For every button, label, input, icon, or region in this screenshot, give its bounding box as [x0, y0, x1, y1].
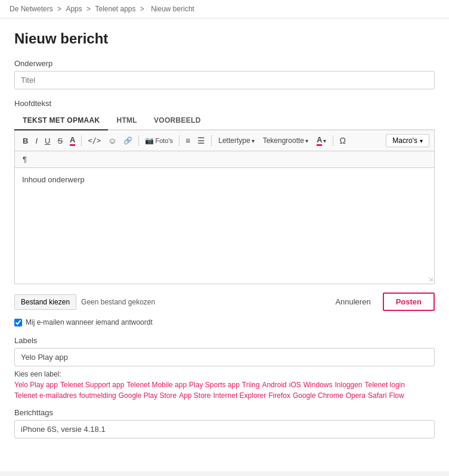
action-buttons: Annuleren Posten [329, 293, 435, 311]
labels-section: Labels Kies een label: Yelo Play appTele… [14, 336, 435, 400]
page-title: Nieuw bericht [14, 30, 435, 47]
breadcrumb-sep-3: > [140, 5, 146, 13]
toolbar-sep-3 [179, 135, 179, 146]
font-dropdown[interactable]: Lettertype [215, 135, 258, 147]
color-dropdown[interactable]: A [313, 133, 330, 148]
link-button[interactable]: 🔗 [120, 135, 135, 147]
post-button[interactable]: Posten [383, 293, 435, 311]
file-action-row: Bestand kiezen Geen bestand gekozen Annu… [14, 290, 435, 313]
subject-section: Onderwerp [14, 59, 435, 89]
label-tag[interactable]: Firefox [268, 391, 290, 400]
label-options: Kies een label: Yelo Play appTelenet Sup… [14, 370, 435, 400]
tab-voorbeeld[interactable]: VOORBEELD [145, 111, 209, 130]
underline-button[interactable]: U [42, 135, 53, 147]
photo-button[interactable]: 📷 Foto's [142, 135, 176, 147]
label-tag[interactable]: App Store [179, 391, 210, 400]
breadcrumb-sep-1: > [57, 5, 63, 13]
label-tag[interactable]: Windows [304, 381, 333, 389]
toolbar-sep-4 [211, 135, 212, 146]
label-tag[interactable]: Flow [389, 391, 404, 400]
breadcrumb-sep-2: > [86, 5, 92, 13]
code-button[interactable]: </> [85, 135, 104, 147]
strikethrough-button[interactable]: S [54, 135, 66, 147]
email-checkbox[interactable] [14, 319, 22, 326]
label-tag[interactable]: Play Sports app [189, 381, 240, 389]
toolbar-sep-5 [333, 135, 333, 146]
label-tag[interactable]: Opera [346, 391, 366, 400]
body-label: Hoofdtekst [14, 99, 435, 108]
berichttags-section: Berichttags [14, 408, 435, 438]
omega-button[interactable]: Ω [336, 134, 348, 147]
label-tag[interactable]: Telenet Mobile app [126, 381, 187, 389]
tab-tekst-met-opmaak[interactable]: TEKST MET OPMAAK [14, 111, 108, 130]
text-color-button[interactable]: A [67, 133, 78, 148]
editor-text: Inhoud onderwerp [22, 175, 85, 184]
main-content: Nieuw bericht Onderwerp Hoofdtekst TEKST… [0, 18, 449, 471]
label-tag[interactable]: Triing [242, 381, 260, 389]
labels-label: Labels [14, 336, 435, 345]
breadcrumb-current: Nieuw bericht [151, 5, 194, 13]
top-bar: De Netweters > Apps > Telenet apps > Nie… [0, 0, 449, 18]
subject-input[interactable] [14, 71, 435, 89]
italic-button[interactable]: I [32, 135, 41, 147]
label-tag[interactable]: Inloggen [335, 381, 362, 389]
label-tag[interactable]: Yelo Play app [14, 381, 58, 389]
berichttags-label: Berichttags [14, 408, 435, 417]
cancel-button[interactable]: Annuleren [329, 294, 376, 310]
macros-button[interactable]: Macro's [386, 134, 429, 147]
text-color-icon: A [70, 135, 75, 146]
file-left: Bestand kiezen Geen bestand gekozen [14, 294, 155, 310]
editor-tabs: TEKST MET OPMAAK HTML VOORBEELD [14, 111, 435, 130]
ordered-list-button[interactable]: ≡ [182, 134, 193, 147]
editor-toolbar: B I U S A </> ☺ 🔗 📷 Foto's ≡ ☰ Lettertyp… [14, 130, 435, 151]
breadcrumb-link-1[interactable]: De Netweters [10, 5, 53, 13]
unordered-list-button[interactable]: ☰ [194, 134, 208, 147]
label-tag[interactable]: iOS [289, 381, 301, 389]
berichttags-input[interactable] [14, 420, 435, 438]
label-tag[interactable]: Android [262, 381, 286, 389]
label-tag[interactable]: Telenet Support app [60, 381, 124, 389]
editor-content-area[interactable]: Inhoud onderwerp ⇲ [14, 168, 435, 284]
emoji-button[interactable]: ☺ [105, 134, 119, 147]
labels-input[interactable] [14, 348, 435, 366]
label-tag[interactable]: Telenet e-mailadres [14, 391, 77, 400]
subject-label: Onderwerp [14, 59, 435, 68]
toolbar-sep-1 [81, 135, 82, 146]
choose-label-title: Kies een label: [14, 370, 435, 378]
label-tag[interactable]: Google Chrome [293, 391, 343, 400]
breadcrumb-link-3[interactable]: Telenet apps [95, 5, 135, 13]
bold-button[interactable]: B [20, 135, 31, 147]
label-tag[interactable]: Internet Explorer [213, 391, 267, 400]
toolbar-sep-2 [138, 135, 139, 146]
label-tag[interactable]: Telenet login [365, 381, 405, 389]
tab-html[interactable]: HTML [108, 111, 145, 130]
label-tag[interactable]: Safari [368, 391, 386, 400]
photo-label: Foto's [155, 137, 173, 144]
camera-icon: 📷 [145, 136, 154, 145]
body-section: Hoofdtekst TEKST MET OPMAAK HTML VOORBEE… [14, 99, 435, 284]
fontsize-dropdown[interactable]: Tekengrootte [259, 135, 312, 147]
file-choose-button[interactable]: Bestand kiezen [14, 294, 76, 310]
label-tags-container: Yelo Play appTelenet Support appTelenet … [14, 381, 435, 400]
label-tag[interactable]: Google Play Store [119, 391, 176, 400]
file-no-file-label: Geen bestand gekozen [81, 298, 155, 306]
editor-toolbar-2: ¶ [14, 151, 435, 168]
email-checkbox-row: Mij e-mailen wanneer iemand antwoordt [14, 318, 435, 326]
label-tag[interactable]: foutmelding [79, 391, 116, 400]
resize-handle[interactable]: ⇲ [428, 276, 433, 282]
color-a-icon: A [317, 135, 322, 146]
paragraph-button[interactable]: ¶ [20, 153, 30, 166]
email-checkbox-label: Mij e-mailen wanneer iemand antwoordt [26, 318, 153, 326]
breadcrumb-link-2[interactable]: Apps [66, 5, 82, 13]
